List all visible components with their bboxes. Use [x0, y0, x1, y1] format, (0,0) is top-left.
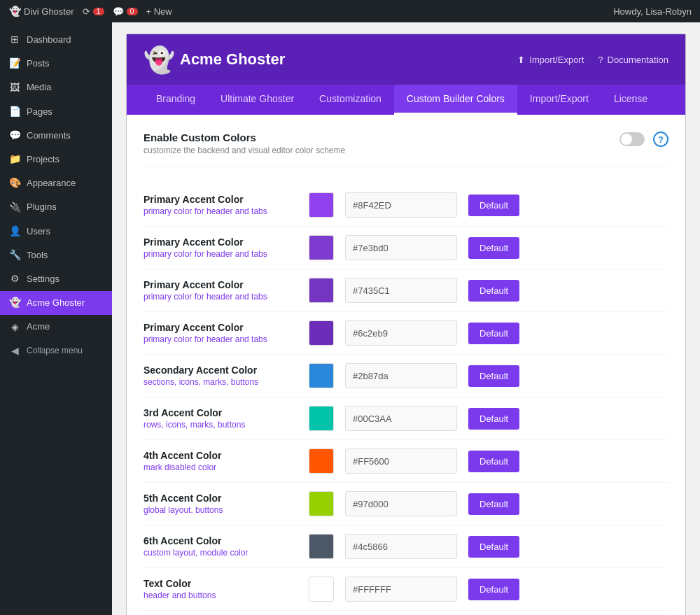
color-row-text: Text Color header and buttons Default [144, 568, 668, 611]
header-import-export[interactable]: ⬆ Import/Export [517, 55, 584, 65]
sidebar-label-dashboard: Dashboard [27, 34, 71, 46]
color-row-primary-3: Primary Accent Color primary color for h… [144, 269, 668, 312]
sidebar-label-posts: Posts [27, 57, 50, 70]
color-label-primary-3: Primary Accent Color primary color for h… [144, 279, 298, 302]
color-rows-container: Primary Accent Color primary color for h… [144, 184, 668, 611]
enable-custom-colors-row: Enable Custom Colors customize the backe… [144, 132, 668, 167]
color-label-primary-2: Primary Accent Color primary color for h… [144, 236, 298, 259]
comments-icon: 💬 [8, 129, 21, 142]
color-input-primary-2[interactable] [345, 235, 457, 260]
color-input-fourth[interactable] [345, 448, 457, 474]
color-label-primary-4: Primary Accent Color primary color for h… [144, 322, 298, 344]
color-label-fifth: 5th Accent Color global layout, buttons [144, 493, 298, 515]
tab-branding[interactable]: Branding [144, 85, 208, 115]
color-row-primary-1: Primary Accent Color primary color for h… [144, 184, 668, 227]
admin-bar-user: Howdy, Lisa-Robyn [613, 6, 692, 17]
sidebar-label-settings: Settings [27, 273, 59, 285]
color-swatch-primary-2[interactable] [309, 235, 334, 260]
admin-bar-comments[interactable]: 💬 0 [113, 6, 138, 17]
acme-icon: ◈ [8, 320, 21, 333]
sidebar-item-users[interactable]: 👤Users [0, 220, 112, 243]
default-btn-sixth[interactable]: Default [468, 536, 519, 558]
sidebar-item-settings[interactable]: ⚙Settings [0, 267, 112, 291]
sidebar-item-media[interactable]: 🖼Media [0, 76, 112, 99]
sidebar-label-acme-ghoster: Acme Ghoster [27, 297, 85, 309]
plugin-title: Acme Ghoster [180, 50, 285, 69]
tab-import-export[interactable]: Import/Export [517, 85, 601, 115]
sidebar-item-projects[interactable]: 📁Projects [0, 148, 112, 171]
sidebar-item-collapse[interactable]: ◀Collapse menu [0, 339, 112, 362]
admin-bar-updates[interactable]: ⟳ 1 [83, 6, 104, 17]
default-btn-primary-3[interactable]: Default [468, 280, 519, 302]
main-content: 👻 Acme Ghoster ⬆ Import/Export ? Documen… [112, 22, 700, 615]
color-row-primary-4: Primary Accent Color primary color for h… [144, 312, 668, 355]
header-documentation[interactable]: ? Documentation [598, 55, 668, 65]
color-input-third[interactable] [345, 406, 457, 431]
color-label-primary-1: Primary Accent Color primary color for h… [144, 194, 298, 216]
sidebar: ⊞Dashboard📝Posts🖼Media📄Pages💬Comments📁Pr… [0, 22, 112, 615]
enable-custom-colors-desc: customize the backend and visual editor … [144, 146, 345, 155]
tab-customization[interactable]: Customization [307, 85, 394, 115]
tab-ultimate-ghoster[interactable]: Ultimate Ghoster [208, 85, 307, 115]
admin-bar-new[interactable]: + New [146, 6, 172, 17]
color-input-secondary[interactable] [345, 363, 457, 388]
color-label-fourth: 4th Accent Color mark disabled color [144, 450, 298, 472]
tab-license[interactable]: License [601, 85, 660, 115]
sidebar-item-acme-ghoster[interactable]: 👻Acme Ghoster [0, 291, 112, 315]
plugin-logo: 👻 [144, 45, 172, 73]
color-input-primary-3[interactable] [345, 278, 457, 303]
help-icon[interactable]: ? [653, 132, 668, 147]
admin-bar-plugin-name[interactable]: 👻 Divi Ghoster [8, 5, 74, 17]
sidebar-item-tools[interactable]: 🔧Tools [0, 243, 112, 267]
color-input-fifth[interactable] [345, 491, 457, 516]
color-label-third: 3rd Accent Color rows, icons, marks, but… [144, 407, 298, 430]
sidebar-item-acme[interactable]: ◈Acme [0, 315, 112, 339]
color-input-primary-1[interactable] [345, 192, 457, 218]
color-swatch-secondary[interactable] [309, 363, 334, 388]
color-row-sixth: 6th Accent Color custom layout, module c… [144, 525, 668, 568]
default-btn-fifth[interactable]: Default [468, 493, 519, 515]
default-btn-third[interactable]: Default [468, 408, 519, 430]
plugins-icon: 🔌 [8, 201, 21, 213]
sidebar-item-appearance[interactable]: 🎨Appearance [0, 171, 112, 195]
default-btn-fourth[interactable]: Default [468, 451, 519, 472]
color-row-fourth: 4th Accent Color mark disabled color Def… [144, 440, 668, 483]
color-input-text[interactable] [345, 577, 457, 602]
default-btn-primary-1[interactable]: Default [468, 195, 519, 216]
enable-custom-colors-title: Enable Custom Colors [144, 132, 345, 143]
default-btn-primary-4[interactable]: Default [468, 323, 519, 344]
color-swatch-text[interactable] [309, 577, 334, 602]
admin-bar: 👻 Divi Ghoster ⟳ 1 💬 0 + New Howdy, Lisa… [0, 0, 700, 22]
plugin-nav: Branding Ultimate Ghoster Customization … [127, 85, 685, 115]
sidebar-label-tools: Tools [27, 249, 48, 262]
color-swatch-sixth[interactable] [309, 534, 334, 559]
tools-icon: 🔧 [8, 249, 21, 262]
sidebar-item-dashboard[interactable]: ⊞Dashboard [0, 28, 112, 52]
default-btn-primary-2[interactable]: Default [468, 237, 519, 259]
sidebar-item-plugins[interactable]: 🔌Plugins [0, 195, 112, 219]
color-swatch-primary-4[interactable] [309, 320, 334, 346]
collapse-icon: ◀ [8, 344, 21, 357]
color-row-secondary: Secondary Accent Color sections, icons, … [144, 355, 668, 397]
sidebar-label-plugins: Plugins [27, 201, 57, 213]
sidebar-item-pages[interactable]: 📄Pages [0, 100, 112, 124]
plugin-content: Enable Custom Colors customize the backe… [127, 115, 685, 615]
color-swatch-primary-3[interactable] [309, 278, 334, 303]
color-row-third: 3rd Accent Color rows, icons, marks, but… [144, 397, 668, 440]
color-swatch-primary-1[interactable] [309, 192, 334, 218]
sidebar-label-acme: Acme [27, 320, 50, 333]
enable-custom-colors-toggle[interactable] [620, 132, 645, 146]
color-swatch-fourth[interactable] [309, 448, 334, 474]
doc-icon: ? [598, 55, 603, 65]
color-swatch-fifth[interactable] [309, 491, 334, 516]
color-input-sixth[interactable] [345, 534, 457, 559]
settings-icon: ⚙ [8, 273, 21, 285]
sidebar-item-posts[interactable]: 📝Posts [0, 52, 112, 76]
default-btn-secondary[interactable]: Default [468, 365, 519, 387]
default-btn-text[interactable]: Default [468, 579, 519, 600]
color-input-primary-4[interactable] [345, 320, 457, 346]
projects-icon: 📁 [8, 153, 21, 166]
color-swatch-third[interactable] [309, 406, 334, 431]
tab-custom-builder-colors[interactable]: Custom Builder Colors [394, 85, 517, 115]
sidebar-item-comments[interactable]: 💬Comments [0, 124, 112, 148]
